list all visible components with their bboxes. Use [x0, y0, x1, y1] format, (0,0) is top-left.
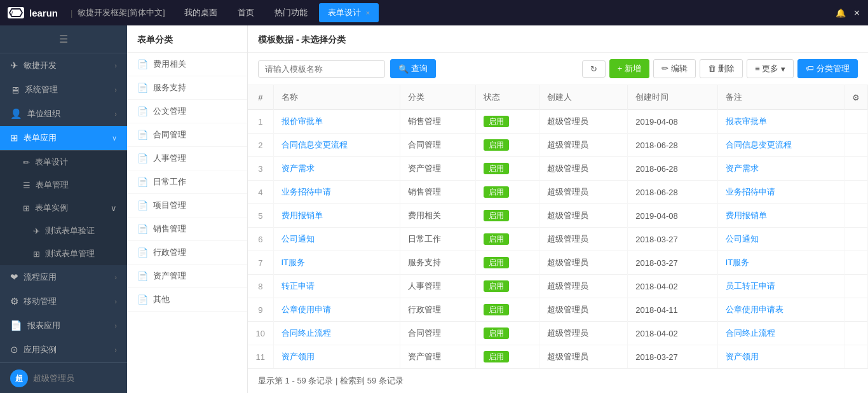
nav-item-form-design[interactable]: 表单设计 × [319, 3, 379, 22]
cell-num: 8 [248, 275, 273, 298]
table-row[interactable]: 1 报价审批单 销售管理 启用 超级管理员 2019-04-08 报表审批单 [248, 110, 868, 134]
system-icon: 🖥 [10, 85, 20, 95]
row-name-link[interactable]: 资产领用 [281, 352, 315, 361]
table-row[interactable]: 4 业务招待申请 销售管理 启用 超级管理员 2018-06-28 业务招待申请 [248, 181, 868, 204]
remark-link[interactable]: 公司通知 [726, 234, 759, 244]
row-name-link[interactable]: 转正申请 [281, 281, 315, 291]
settings-icon[interactable]: ⚙ [852, 93, 860, 102]
category-list-item[interactable]: 📄 服务支持 [127, 76, 247, 100]
test-manage-icon: ⊞ [33, 249, 40, 259]
row-name-link[interactable]: 公章使用申请 [281, 305, 331, 314]
row-name-link[interactable]: 费用报销单 [281, 210, 323, 220]
manage-category-button[interactable]: 🏷 分类管理 [797, 59, 858, 78]
cell-name: 转正申请 [273, 275, 400, 298]
cell-category: 销售管理 [400, 181, 475, 204]
nav-item-desktop[interactable]: 我的桌面 [175, 3, 226, 22]
bell-icon[interactable]: 🔔 [836, 8, 846, 18]
status-badge: 启用 [484, 186, 509, 198]
delete-button[interactable]: 🗑 删除 [700, 59, 743, 78]
edit-button[interactable]: ✏ 编辑 [653, 59, 696, 78]
cell-date: 2018-06-28 [628, 134, 717, 157]
close-icon[interactable]: ✕ [853, 8, 860, 18]
table-row[interactable]: 8 转正申请 人事管理 启用 超级管理员 2018-04-02 员工转正申请 [248, 275, 868, 298]
more-button[interactable]: ≡ 更多 ▾ [747, 59, 794, 78]
row-name-link[interactable]: IT服务 [281, 258, 306, 267]
sidebar-sub-test-validate[interactable]: ✈ 测试表单验证 [0, 219, 127, 242]
remark-link[interactable]: IT服务 [726, 258, 750, 267]
row-name-link[interactable]: 资产需求 [281, 163, 315, 173]
remark-link[interactable]: 资产领用 [726, 352, 759, 361]
sidebar-item-mobile[interactable]: ⚙ 移动管理 › [0, 289, 127, 314]
table-row[interactable]: 3 资产需求 资产管理 启用 超级管理员 2018-06-28 资产需求 [248, 157, 868, 181]
category-list-item[interactable]: 📄 合同管理 [127, 123, 247, 147]
sidebar-item-org[interactable]: 👤 单位组织 › [0, 102, 127, 126]
category-list-item[interactable]: 📄 项目管理 [127, 194, 247, 217]
table-row[interactable]: 9 公章使用申请 行政管理 启用 超级管理员 2018-04-11 公章使用申请… [248, 298, 868, 322]
sidebar-item-app-example[interactable]: ⊙ 应用实例 › [0, 338, 127, 362]
search-input[interactable] [258, 60, 385, 78]
add-button[interactable]: + 新增 [609, 59, 649, 78]
sidebar-sub-label-test-validate: 测试表单验证 [45, 225, 95, 237]
nav-item-hot[interactable]: 热门功能 [266, 3, 316, 22]
sidebar-item-form-app[interactable]: ⊞ 表单应用 ∨ [0, 126, 127, 150]
table-row[interactable]: 10 合同终止流程 合同管理 启用 超级管理员 2018-04-02 合同终止流… [248, 322, 868, 345]
nav-item-home[interactable]: 首页 [229, 3, 263, 22]
cell-name: 业务招待申请 [273, 181, 400, 204]
menu-icon[interactable]: ☰ [59, 34, 68, 45]
category-list-item[interactable]: 📄 销售管理 [127, 217, 247, 241]
search-button[interactable]: 🔍 查询 [390, 59, 436, 78]
cell-date: 2018-04-11 [628, 298, 717, 322]
category-list-item[interactable]: 📄 费用相关 [127, 53, 247, 76]
remark-link[interactable]: 报表审批单 [726, 116, 767, 126]
row-name-link[interactable]: 公司通知 [281, 234, 315, 244]
sidebar-label-org: 单位组织 [27, 108, 109, 120]
table-row[interactable]: 2 合同信息变更流程 合同管理 启用 超级管理员 2018-06-28 合同信息… [248, 134, 868, 157]
remark-link[interactable]: 资产需求 [726, 163, 759, 173]
remark-link[interactable]: 员工转正申请 [726, 281, 775, 291]
table-row[interactable]: 11 资产领用 资产管理 启用 超级管理员 2018-03-27 资产领用 [248, 345, 868, 369]
category-panel: 表单分类 📄 费用相关📄 服务支持📄 公文管理📄 合同管理📄 人事管理📄 日常工… [127, 25, 248, 393]
cell-status: 启用 [475, 345, 539, 369]
refresh-button[interactable]: ↻ [582, 60, 606, 78]
row-name-link[interactable]: 报价审批单 [281, 116, 323, 126]
cell-num: 5 [248, 204, 273, 228]
remark-link[interactable]: 合同信息变更流程 [726, 140, 792, 149]
status-badge: 启用 [484, 210, 509, 221]
category-list-item[interactable]: 📄 公文管理 [127, 100, 247, 123]
sidebar-sub-form-design[interactable]: ✏ 表单设计 [0, 151, 127, 174]
category-panel-title: 表单分类 [127, 25, 247, 53]
sidebar-item-agile[interactable]: ✈ 敏捷开发 › [0, 53, 127, 78]
sidebar-sub-test-manage[interactable]: ⊞ 测试表单管理 [0, 242, 127, 265]
table-row[interactable]: 7 IT服务 服务支持 启用 超级管理员 2018-03-27 IT服务 [248, 251, 868, 275]
cell-actions [844, 204, 868, 228]
col-settings: ⚙ [844, 85, 868, 110]
row-name-link[interactable]: 合同终止流程 [281, 328, 331, 338]
remark-link[interactable]: 业务招待申请 [726, 187, 775, 197]
chevron-icon: › [114, 86, 117, 93]
cell-actions [844, 275, 868, 298]
tab-close-icon[interactable]: × [366, 9, 370, 17]
status-badge: 启用 [484, 116, 509, 127]
category-file-icon: 📄 [137, 271, 148, 281]
remark-link[interactable]: 合同终止流程 [726, 328, 775, 338]
category-list-item[interactable]: 📄 日常工作 [127, 170, 247, 194]
report-icon: 📄 [10, 320, 22, 331]
cell-date: 2018-03-27 [628, 251, 717, 275]
sidebar-item-report[interactable]: 📄 报表应用 › [0, 314, 127, 338]
sidebar-sub-form-manage[interactable]: ☰ 表单管理 [0, 174, 127, 197]
table-row[interactable]: 6 公司通知 日常工作 启用 超级管理员 2018-03-27 公司通知 [248, 228, 868, 251]
row-name-link[interactable]: 合同信息变更流程 [281, 140, 348, 149]
category-list-item[interactable]: 📄 其他 [127, 288, 247, 312]
category-list-item[interactable]: 📄 资产管理 [127, 265, 247, 288]
sidebar-label-app-example: 应用实例 [24, 344, 109, 355]
category-list-item[interactable]: 📄 行政管理 [127, 241, 247, 265]
category-list-item[interactable]: 📄 人事管理 [127, 147, 247, 170]
remark-link[interactable]: 公章使用申请表 [726, 305, 783, 314]
sidebar-item-process[interactable]: ❤ 流程应用 › [0, 265, 127, 289]
table-row[interactable]: 5 费用报销单 费用相关 启用 超级管理员 2019-04-08 费用报销单 [248, 204, 868, 228]
remark-link[interactable]: 费用报销单 [726, 210, 767, 220]
row-name-link[interactable]: 业务招待申请 [281, 187, 331, 197]
sidebar-item-system[interactable]: 🖥 系统管理 › [0, 78, 127, 102]
sidebar-sub-form-example[interactable]: ⊞ 表单实例 ∨ [0, 197, 127, 219]
sidebar-sub-menu: ✏ 表单设计 ☰ 表单管理 ⊞ 表单实例 ∨ ✈ 测试表单验证 ⊞ 测试表单管理 [0, 151, 127, 265]
